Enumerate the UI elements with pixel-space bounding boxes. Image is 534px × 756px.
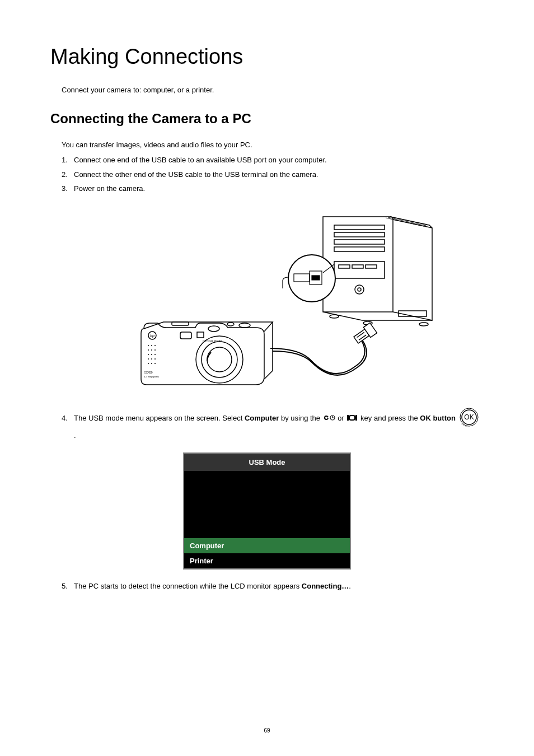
step-1: 1. Connect one end of the USB cable to a… [62,155,484,166]
bold-connecting: Connecting… [302,582,349,590]
usb-mode-menu: USB Mode Computer Printer [183,452,351,570]
svg-point-12 [358,288,361,291]
svg-rect-5 [334,240,385,244]
svg-rect-8 [339,265,350,268]
step-number: 5. [62,582,74,590]
svg-text:hp: hp [150,334,154,338]
svg-point-14 [330,315,339,318]
svg-rect-6 [334,247,385,251]
text-fragment: The USB mode menu appears on the screen.… [74,414,245,422]
svg-line-0 [386,218,424,226]
svg-point-34 [148,354,149,355]
svg-rect-26 [197,332,204,338]
svg-point-29 [151,345,152,346]
usb-mode-title: USB Mode [184,454,350,471]
svg-text:4.2 megapixels: 4.2 megapixels [144,375,159,378]
svg-rect-10 [366,265,377,268]
ok-button-icon: OK [459,407,479,431]
step-2: 2. Connect the other end of the USB cabl… [62,169,484,180]
text-fragment: . [74,431,76,440]
svg-text:OPTICAL ZOOM: OPTICAL ZOOM [203,340,222,343]
svg-point-33 [154,349,156,351]
text-fragment: key and press the [358,414,420,422]
svg-point-28 [148,345,149,346]
macro-timer-key-icon [323,413,335,424]
svg-point-22 [196,336,243,383]
step-number: 4. [62,414,74,422]
svg-rect-50 [172,322,189,325]
text-fragment: . [349,582,351,590]
svg-rect-3 [334,225,385,230]
svg-point-24 [207,347,232,372]
svg-rect-4 [334,232,385,237]
svg-point-42 [154,363,156,364]
svg-rect-59 [355,415,357,421]
text-fragment: The PC starts to detect the connection w… [74,582,302,590]
svg-point-31 [148,349,149,351]
text-fragment: or [336,414,346,422]
step-text: Power on the camera. [74,183,484,194]
steps-list: 1. Connect one end of the USB cable to a… [62,155,484,194]
step-4: 4. The USB mode menu appears on the scre… [62,407,484,441]
section-heading: Connecting the Camera to a PC [50,111,484,127]
step-3: 3. Power on the camera. [62,183,484,194]
bold-computer: Computer [245,414,279,422]
svg-rect-60 [349,416,355,420]
step-number: 3. [62,184,74,193]
svg-point-16 [419,323,428,326]
svg-point-40 [148,363,149,364]
camera-pc-connection-diagram: hp CC450 4.2 megapixels OPTICAL ZOOM [88,206,446,396]
step-text: The USB mode menu appears on the screen.… [74,407,484,441]
svg-rect-20 [312,276,320,280]
svg-text:CC450: CC450 [144,371,153,374]
svg-rect-9 [352,265,363,268]
usb-mode-body [184,471,350,538]
steps-list-continued-2: 5. The PC starts to detect the connectio… [62,581,484,592]
svg-point-36 [154,354,156,355]
svg-point-35 [151,354,152,355]
step-5: 5. The PC starts to detect the connectio… [62,581,484,592]
step-text: Connect the other end of the USB cable t… [74,169,484,180]
svg-point-32 [151,349,152,351]
intro-text: Connect your camera to: computer, or a p… [62,86,484,94]
svg-point-11 [355,285,364,294]
steps-list-continued: 4. The USB mode menu appears on the scre… [62,407,484,441]
section-intro: You can transfer images, videos and audi… [62,141,484,149]
page-number: 69 [0,727,534,734]
svg-line-1 [388,217,426,226]
svg-rect-25 [180,332,191,339]
usb-mode-item-computer: Computer [184,538,350,553]
step-text: Connect one end of the USB cable to an a… [74,155,484,166]
step-text: The PC starts to detect the connection w… [74,581,484,592]
text-fragment: by using the [279,414,322,422]
svg-point-37 [148,358,149,360]
svg-point-48 [239,323,250,328]
svg-point-27 [208,326,219,332]
ok-label: OK [465,413,474,421]
page-title: Making Connections [50,45,484,69]
svg-point-41 [151,363,152,364]
svg-rect-7 [334,262,385,278]
svg-point-38 [151,358,152,360]
svg-rect-58 [347,415,349,421]
svg-point-49 [227,323,234,326]
step-number: 1. [62,156,74,164]
svg-line-2 [390,217,428,225]
step-number: 2. [62,170,74,179]
usb-mode-item-printer: Printer [184,553,350,568]
svg-point-30 [154,345,156,346]
display-key-icon [346,413,358,424]
svg-point-39 [154,358,156,360]
bold-ok-button: OK button [420,414,456,422]
